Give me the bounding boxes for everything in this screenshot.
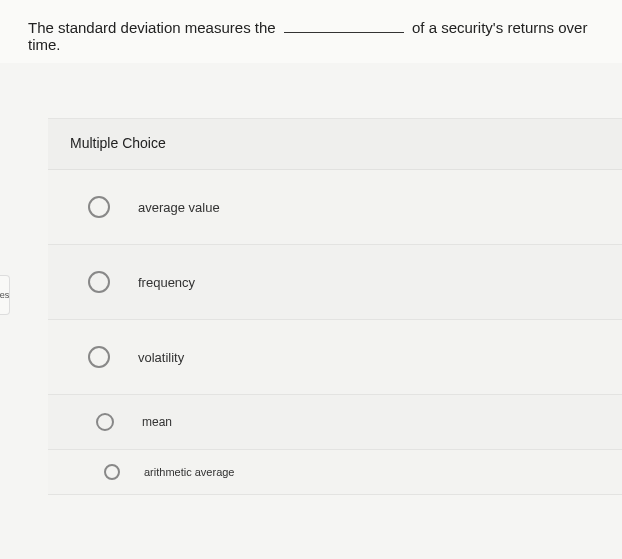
radio-icon[interactable] (88, 196, 110, 218)
question-stem: The standard deviation measures the of a… (0, 0, 622, 63)
side-panel-stub: es (0, 275, 10, 315)
option-row-mean[interactable]: mean (48, 395, 622, 450)
radio-icon[interactable] (88, 346, 110, 368)
mc-heading: Multiple Choice (48, 119, 622, 170)
radio-icon[interactable] (104, 464, 120, 480)
radio-icon[interactable] (96, 413, 114, 431)
option-row-volatility[interactable]: volatility (48, 320, 622, 395)
option-row-average-value[interactable]: average value (48, 170, 622, 245)
option-row-frequency[interactable]: frequency (48, 245, 622, 320)
option-label: volatility (138, 350, 184, 365)
option-row-arithmetic-average[interactable]: arithmetic average (48, 450, 622, 495)
option-label: mean (142, 415, 172, 429)
question-blank (284, 18, 404, 33)
option-label: average value (138, 200, 220, 215)
multiple-choice-container: Multiple Choice average value frequency … (48, 118, 622, 495)
option-label: arithmetic average (144, 466, 235, 478)
option-label: frequency (138, 275, 195, 290)
radio-icon[interactable] (88, 271, 110, 293)
question-text-part1: The standard deviation measures the (28, 19, 276, 36)
